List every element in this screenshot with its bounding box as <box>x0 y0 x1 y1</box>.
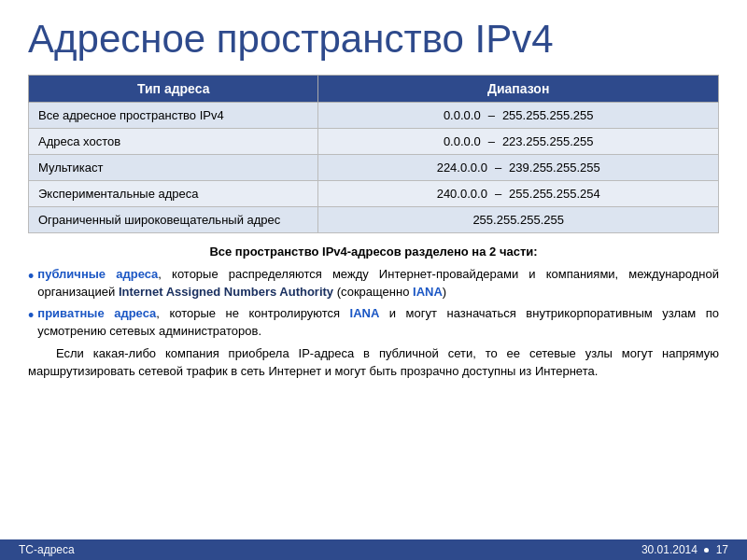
range-to: 255.255.255.254 <box>509 187 600 201</box>
type-cell: Мультикаст <box>29 155 318 181</box>
range-cell: 0.0.0.0–255.255.255.255 <box>318 103 719 129</box>
bullet-dot-2: • <box>28 304 34 328</box>
range-dash: – <box>495 187 501 201</box>
range-from: 0.0.0.0 <box>444 134 481 148</box>
range-to: 223.255.255.255 <box>502 134 594 148</box>
range-from: 240.0.0.0 <box>437 187 487 201</box>
footer-bar: ТС-адреса 30.01.2014 17 <box>0 539 747 560</box>
bullet-2: • приватные адреса, которые не контролир… <box>28 304 719 341</box>
range-cell: 240.0.0.0–255.255.255.254 <box>318 181 719 207</box>
range-cell: 0.0.0.0–223.255.255.255 <box>318 129 719 155</box>
main-page: Адресное пространство IPv4 Тип адреса Ди… <box>0 0 747 560</box>
intro-line: Все пространство IPv4-адресов разделено … <box>28 243 719 261</box>
footer-right: 30.01.2014 17 <box>641 543 728 556</box>
range-from: 224.0.0.0 <box>437 161 487 175</box>
table-row: Мультикаст224.0.0.0–239.255.255.255 <box>29 155 719 181</box>
para-text: Если какая-либо компания приобрела IP-ад… <box>28 344 719 381</box>
table-row: Экспериментальные адреса240.0.0.0–255.25… <box>29 181 719 207</box>
bullet-1: • публичные адреса, которые распределяют… <box>28 265 719 301</box>
col-header-range: Диапазон <box>318 76 719 103</box>
description-block: Все пространство IPv4-адресов разделено … <box>28 243 719 381</box>
range-dash: – <box>488 134 495 148</box>
range-dash: – <box>488 108 495 122</box>
range-to: 255.255.255.255 <box>502 108 594 122</box>
footer-left: ТС-адреса <box>19 543 75 556</box>
type-cell: Адреса хостов <box>29 129 318 155</box>
col-header-type: Тип адреса <box>29 76 318 103</box>
table-row: Ограниченный широковещательный адрес255.… <box>29 207 719 233</box>
range-cell: 255.255.255.255 <box>318 207 719 233</box>
bullet-2-text: приватные адреса, которые не контролирую… <box>37 304 719 341</box>
ipv4-table: Тип адреса Диапазон Все адресное простра… <box>28 75 719 233</box>
range-dash: – <box>495 161 501 175</box>
type-cell: Все адресное пространство IPv4 <box>29 103 318 129</box>
range-to: 239.255.255.255 <box>509 161 600 175</box>
range-from: 0.0.0.0 <box>444 108 481 122</box>
table-row: Адреса хостов0.0.0.0–223.255.255.255 <box>29 129 719 155</box>
type-cell: Ограниченный широковещательный адрес <box>29 207 318 233</box>
range-cell: 224.0.0.0–239.255.255.255 <box>318 155 719 181</box>
footer-dot <box>704 548 709 553</box>
page-title: Адресное пространство IPv4 <box>28 17 719 62</box>
bullet-dot-1: • <box>28 265 34 288</box>
table-row: Все адресное пространство IPv40.0.0.0–25… <box>29 103 719 129</box>
type-cell: Экспериментальные адреса <box>29 181 318 207</box>
bullet-1-text: публичные адреса, которые распределяются… <box>37 265 719 301</box>
